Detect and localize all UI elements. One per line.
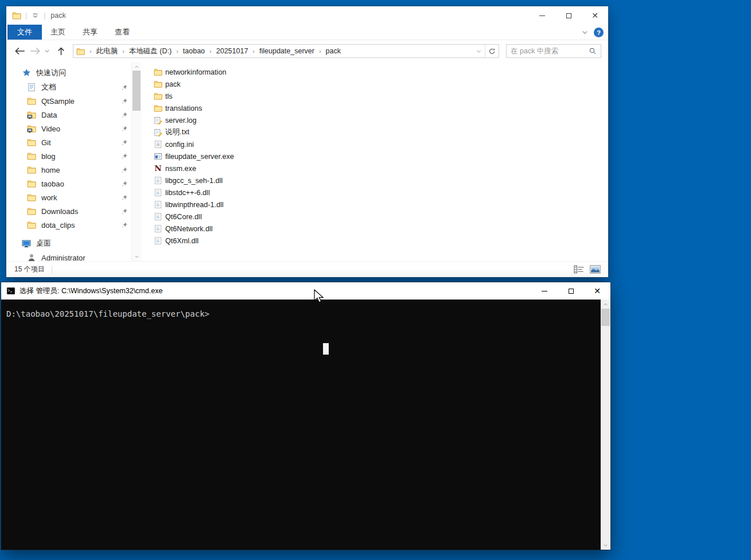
console-scrollbar[interactable] [601, 300, 610, 550]
pin-icon [120, 84, 128, 91]
file-name: tls [165, 92, 173, 100]
file-row[interactable]: libgcc_s_seh-1.dll [154, 174, 608, 186]
file-row[interactable]: translations [154, 102, 608, 114]
customize-quick-access-chevron-icon[interactable] [31, 11, 40, 20]
recent-locations-chevron-icon[interactable] [44, 48, 50, 55]
file-row[interactable]: Qt6Core.dll [154, 211, 608, 223]
scrollbar-thumb[interactable] [601, 309, 610, 326]
file-row[interactable]: Qt6Xml.dll [154, 235, 608, 247]
sidebar-item-desktop[interactable]: 桌面 [6, 236, 131, 251]
tab-file[interactable]: 文件 [7, 25, 42, 40]
sidebar-item-blog[interactable]: blog [6, 149, 131, 163]
sidebar-item-QtSample[interactable]: QtSample [6, 94, 131, 108]
file-row[interactable]: libstdc++-6.dll [154, 186, 608, 199]
folder-icon [154, 68, 162, 76]
file-row[interactable]: networkinformation [154, 66, 608, 78]
file-name: 说明.txt [165, 127, 189, 137]
breadcrumb-separator-icon: › [249, 48, 258, 55]
address-dropdown-chevron-icon[interactable] [472, 45, 485, 57]
sidebar-item-Downloads[interactable]: Downloads [6, 204, 131, 218]
sidebar-item-quick-access[interactable]: 快速访问 [6, 65, 131, 80]
log-icon [154, 116, 162, 125]
minimize-button[interactable] [529, 6, 555, 25]
breadcrumb-item[interactable]: pack [325, 47, 342, 55]
details-view-button[interactable] [573, 265, 585, 274]
file-name: libwinpthread-1.dll [165, 201, 224, 209]
file-row[interactable]: fileupdate_server.exe [154, 150, 608, 162]
minimize-button[interactable] [531, 282, 558, 300]
close-button[interactable]: ✕ [584, 282, 610, 300]
folder-icon [154, 80, 162, 88]
sidebar-scrollbar[interactable] [131, 62, 141, 261]
maximize-button[interactable] [555, 6, 582, 25]
help-icon[interactable]: ? [594, 28, 604, 37]
file-name: Qt6Xml.dll [165, 237, 199, 245]
exe-icon [154, 152, 162, 161]
sidebar-item-Data[interactable]: Data [6, 108, 131, 122]
close-button[interactable]: ✕ [582, 6, 608, 25]
scrollbar-thumb[interactable] [133, 71, 141, 111]
expand-ribbon-chevron-icon[interactable] [581, 29, 589, 36]
scroll-down-icon[interactable] [132, 252, 141, 260]
maximize-button[interactable] [558, 282, 584, 300]
breadcrumb-item[interactable]: fileupdate_server [258, 47, 316, 55]
breadcrumb-item[interactable]: 本地磁盘 (D:) [128, 46, 173, 56]
search-input[interactable]: 在 pack 中搜索 [506, 44, 601, 58]
up-button[interactable] [56, 46, 67, 56]
tab-share[interactable]: 共享 [74, 25, 106, 40]
mouse-cursor [314, 289, 325, 305]
file-list: networkinformationpacktlstranslationsser… [141, 62, 608, 261]
scroll-up-icon[interactable] [601, 300, 610, 308]
pin-icon [120, 125, 128, 133]
thumbnail-view-button[interactable] [589, 265, 601, 274]
breadcrumb-item[interactable]: taobao [182, 47, 206, 55]
sidebar-item-label: 快速访问 [36, 68, 131, 78]
sidebar-item-administrator[interactable]: Administrator [6, 251, 131, 261]
file-row[interactable]: config.ini [154, 138, 608, 150]
file-row[interactable]: tls [154, 90, 608, 102]
file-row[interactable]: pack [154, 78, 608, 90]
forward-button[interactable] [29, 46, 42, 56]
sidebar-item-dota_clips[interactable]: dota_clips [6, 218, 131, 232]
sidebar-item-文档[interactable]: 文档 [6, 80, 131, 94]
scroll-up-icon[interactable] [132, 63, 141, 71]
sidebar-item-label: Administrator [41, 254, 131, 262]
file-row[interactable]: Qt6Network.dll [154, 223, 608, 235]
breadcrumb-separator-icon: › [86, 48, 95, 55]
file-name: libgcc_s_seh-1.dll [165, 177, 223, 185]
cmd-titlebar[interactable]: 选择 管理员: C:\Windows\System32\cmd.exe ✕ [1, 282, 610, 300]
dll-icon [154, 224, 162, 233]
explorer-titlebar[interactable]: | | pack ✕ [6, 6, 608, 25]
file-explorer-window: | | pack ✕ 文件 主页 共享 查看 ? ›此电脑›本地磁盘 (D:)›… [6, 6, 608, 277]
file-name: server.log [165, 116, 197, 125]
sidebar-item-Git[interactable]: Git [6, 135, 131, 149]
folder-icon [27, 165, 36, 174]
breadcrumb-separator-icon: › [119, 48, 128, 55]
address-bar[interactable]: ›此电脑›本地磁盘 (D:)›taobao›20251017›fileupdat… [73, 44, 499, 58]
file-name: networkinformation [165, 68, 226, 76]
sidebar-item-Video[interactable]: Video [6, 122, 131, 135]
scroll-down-icon[interactable] [601, 541, 610, 549]
tab-view[interactable]: 查看 [106, 25, 138, 40]
status-divider [52, 266, 52, 274]
folder-monitor-icon [27, 110, 36, 119]
sidebar-item-label: work [41, 193, 115, 202]
view-buttons [573, 265, 601, 274]
breadcrumb-item[interactable]: 20251017 [215, 47, 250, 55]
sidebar-item-taobao[interactable]: taobao [6, 177, 131, 190]
breadcrumb-item[interactable]: 此电脑 [95, 46, 119, 56]
file-row[interactable]: libwinpthread-1.dll [154, 199, 608, 211]
file-row[interactable]: 说明.txt [154, 126, 608, 138]
dll-icon [154, 188, 162, 197]
file-row[interactable]: server.log [154, 114, 608, 126]
file-name: config.ini [165, 141, 194, 149]
file-row[interactable]: Nnssm.exe [154, 162, 608, 174]
tab-home[interactable]: 主页 [42, 25, 74, 40]
console-area[interactable]: D:\taobao\20251017\fileupdate_server\pac… [1, 300, 610, 550]
back-button[interactable] [13, 46, 26, 56]
sidebar-item-work[interactable]: work [6, 190, 131, 204]
sidebar-item-home[interactable]: home [6, 163, 131, 177]
user-icon [27, 253, 36, 261]
cmd-icon [6, 286, 15, 295]
refresh-button[interactable] [485, 45, 499, 57]
